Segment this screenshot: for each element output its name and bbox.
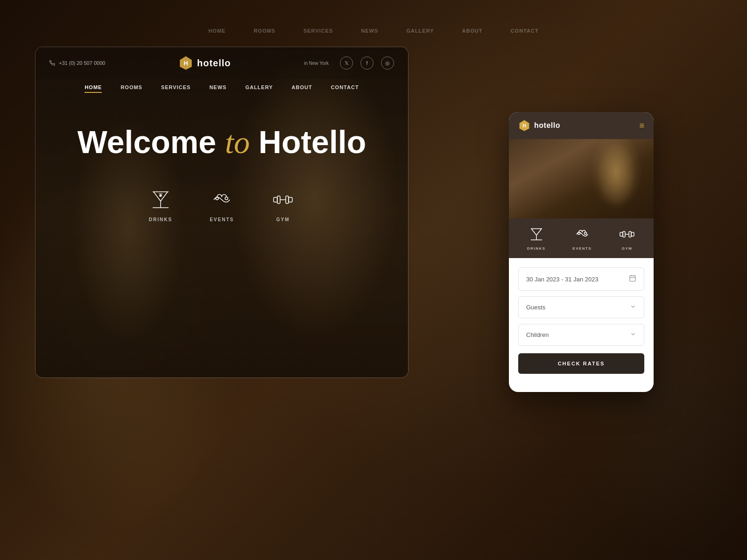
svg-rect-11 xyxy=(286,196,289,203)
phone-number: +31 (0) 20 507 0000 xyxy=(59,60,105,66)
guests-placeholder: Guests xyxy=(526,304,545,311)
svg-rect-10 xyxy=(277,196,280,203)
mobile-mockup: H hotello ≡ DRINKS xyxy=(509,112,654,392)
hamburger-menu-icon[interactable]: ≡ xyxy=(639,121,644,131)
hero-title-cursive: to xyxy=(225,125,250,160)
svg-rect-8 xyxy=(274,197,277,202)
svg-point-4 xyxy=(160,195,162,196)
mobile-events-item: EVENTS xyxy=(572,226,592,251)
hero-content: Welcome to Hotello DRINKS xyxy=(35,97,408,241)
svg-rect-24 xyxy=(630,276,635,281)
desktop-drinks-item: DRINKS xyxy=(149,188,172,222)
twitter-icon[interactable]: 𝕏 xyxy=(340,56,353,70)
top-nav-contact: CONTACT xyxy=(511,28,539,34)
top-nav-news: NEWS xyxy=(361,28,378,34)
mobile-logo: H hotello xyxy=(518,119,560,132)
top-nav-home: HOME xyxy=(208,28,226,34)
mobile-gym-item: GYM xyxy=(619,226,635,251)
calendar-icon xyxy=(629,274,636,284)
children-field[interactable]: Children xyxy=(518,324,644,346)
svg-point-18 xyxy=(584,232,586,235)
hero-title-start: Welcome xyxy=(78,124,225,160)
svg-point-17 xyxy=(578,232,580,235)
top-nav-bar: HOME ROOMS SERVICES NEWS GALLERY ABOUT C… xyxy=(0,28,747,34)
mobile-gym-label: GYM xyxy=(622,246,633,251)
nav-services[interactable]: SERVICES xyxy=(161,84,190,93)
desktop-header: +31 (0) 20 507 0000 H hotello in New Yor… xyxy=(35,47,408,79)
social-location: in New York xyxy=(304,61,329,66)
svg-rect-9 xyxy=(289,197,292,202)
date-range-value: 30 Jan 2023 - 31 Jan 2023 xyxy=(526,276,599,283)
guests-field[interactable]: Guests xyxy=(518,296,644,318)
svg-rect-20 xyxy=(631,232,634,236)
mobile-header: H hotello ≡ xyxy=(509,112,654,139)
top-nav-services: SERVICES xyxy=(303,28,333,34)
top-nav-about: ABOUT xyxy=(462,28,483,34)
hero-title-end: Hotello xyxy=(250,124,366,160)
children-placeholder: Children xyxy=(526,331,549,338)
svg-rect-21 xyxy=(623,231,625,237)
desktop-phone: +31 (0) 20 507 0000 xyxy=(49,60,105,66)
svg-rect-22 xyxy=(629,231,631,237)
top-nav-gallery: GALLERY xyxy=(406,28,434,34)
desktop-logo: H hotello xyxy=(178,56,231,70)
desktop-nav: HOME ROOMS SERVICES NEWS GALLERY ABOUT C… xyxy=(35,79,408,97)
desktop-events-label: EVENTS xyxy=(210,217,234,222)
mobile-drinks-item: DRINKS xyxy=(527,226,546,251)
nav-home[interactable]: HOME xyxy=(85,84,102,93)
desktop-icons-row: DRINKS EVENTS xyxy=(54,188,389,222)
desktop-drinks-label: DRINKS xyxy=(149,217,172,222)
nav-about[interactable]: ABOUT xyxy=(292,84,312,93)
mobile-events-label: EVENTS xyxy=(572,246,592,251)
check-rates-button[interactable]: CHECK RATES xyxy=(518,353,644,374)
desktop-events-item: EVENTS xyxy=(210,188,234,222)
guests-chevron-icon xyxy=(630,303,636,311)
nav-news[interactable]: NEWS xyxy=(209,84,226,93)
nav-gallery[interactable]: GALLERY xyxy=(245,84,273,93)
facebook-icon[interactable]: f xyxy=(360,56,374,70)
desktop-mockup: +31 (0) 20 507 0000 H hotello in New Yor… xyxy=(35,47,409,378)
desktop-logo-text: hotello xyxy=(197,58,231,69)
svg-text:H: H xyxy=(522,123,526,128)
svg-point-7 xyxy=(225,197,228,200)
booking-form: 30 Jan 2023 - 31 Jan 2023 Guests Chil xyxy=(509,258,654,383)
instagram-icon[interactable]: ◎ xyxy=(381,56,394,70)
top-nav-rooms: ROOMS xyxy=(254,28,275,34)
nav-rooms[interactable]: ROOMS xyxy=(120,84,142,93)
desktop-social: in New York 𝕏 f ◎ xyxy=(304,56,394,70)
hero-title: Welcome to Hotello xyxy=(54,125,389,160)
mobile-icons-row: DRINKS EVENTS GYM xyxy=(509,218,654,258)
children-chevron-icon xyxy=(630,331,636,339)
mobile-drinks-label: DRINKS xyxy=(527,246,546,251)
desktop-gym-label: GYM xyxy=(276,217,290,222)
date-range-field[interactable]: 30 Jan 2023 - 31 Jan 2023 xyxy=(518,267,644,291)
mobile-logo-text: hotello xyxy=(534,121,560,130)
desktop-gym-item: GYM xyxy=(271,188,295,222)
mobile-hero-image xyxy=(509,139,654,218)
svg-rect-19 xyxy=(620,232,623,236)
svg-text:H: H xyxy=(183,60,188,67)
nav-contact[interactable]: CONTACT xyxy=(331,84,359,93)
